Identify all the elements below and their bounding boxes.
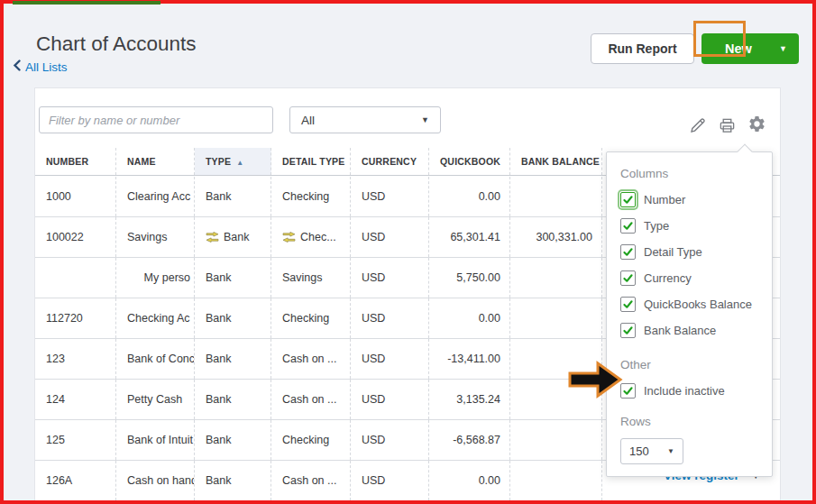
cell-quickbooks-balance: 0.00 [429, 298, 510, 338]
cell-bank-balance [510, 461, 602, 500]
cell-detail-type: Cash on ... [271, 461, 351, 500]
cell-number: 126A [35, 461, 116, 500]
cell-name: Cash on hand [116, 461, 195, 500]
cell-name: Bank of Intuit [116, 420, 195, 460]
settings-button[interactable] [747, 115, 766, 135]
checkbox-label: Type [644, 219, 669, 233]
checkbox[interactable] [620, 270, 636, 286]
cell-number: 125 [35, 420, 116, 460]
cell-type: Bank [195, 177, 271, 216]
rows-per-page-select[interactable]: 150 ▼ [620, 438, 683, 464]
chevron-down-icon[interactable]: ▼ [779, 44, 787, 53]
cell-bank-balance [510, 298, 602, 338]
cell-quickbooks-balance: 5,750.00 [429, 258, 510, 298]
cell-detail-type: Checking [271, 177, 351, 216]
cell-name: Petty Cash [116, 380, 195, 419]
cell-bank-balance [510, 380, 602, 419]
edit-button[interactable] [687, 117, 707, 137]
cell-detail-type: Checking [271, 298, 351, 338]
new-button[interactable]: New ▼ [701, 33, 799, 64]
settings-checkbox-option[interactable]: QuickBooks Balance [620, 291, 772, 317]
other-section-label: Other [620, 358, 772, 376]
cell-type: Bank [195, 420, 271, 460]
column-header-currency[interactable]: CURRENCY [351, 148, 429, 175]
green-top-bar [13, 1, 160, 5]
cell-type: Bank [195, 461, 271, 500]
cell-name: Bank of Conc [116, 339, 195, 379]
column-header-number[interactable]: NUMBER [35, 148, 116, 175]
cell-number: 123 [35, 339, 116, 379]
back-chevron-icon [13, 60, 21, 74]
column-header-name[interactable]: NAME [116, 148, 195, 175]
cell-name: My perso [116, 258, 195, 298]
column-header-quickbooks-balance[interactable]: QUICKBOOK [429, 148, 510, 175]
cell-type: Bank [195, 339, 271, 379]
gear-icon [747, 115, 766, 136]
checkbox[interactable] [620, 244, 636, 260]
settings-checkbox-option[interactable]: Type [620, 213, 772, 239]
chart-of-accounts-page: Chart of Accounts All Lists Run Report N… [0, 0, 816, 504]
cell-currency: USD [351, 380, 429, 419]
cell-currency: USD [351, 177, 429, 216]
checkbox[interactable] [620, 218, 636, 234]
bank-sync-icon [282, 232, 296, 243]
settings-checkbox-option[interactable]: Number [620, 187, 772, 213]
cell-quickbooks-balance: 3,135.24 [429, 380, 510, 419]
cell-quickbooks-balance: 0.00 [429, 177, 510, 216]
cell-type: Bank [195, 217, 271, 257]
settings-checkbox-option[interactable]: Bank Balance [620, 317, 772, 344]
checkbox-label: Bank Balance [644, 324, 716, 337]
columns-section-label: Columns [620, 167, 772, 185]
cell-bank-balance [510, 258, 602, 298]
chevron-down-icon: ▼ [421, 115, 429, 124]
account-type-filter-select[interactable]: All ▼ [289, 106, 441, 133]
check-icon [622, 220, 634, 232]
cell-quickbooks-balance: 65,301.41 [429, 217, 510, 257]
run-report-button[interactable]: Run Report [591, 33, 694, 64]
cell-detail-type: Savings [271, 258, 351, 298]
cell-quickbooks-balance: -6,568.87 [429, 420, 510, 460]
cell-quickbooks-balance: 0.00 [429, 461, 510, 500]
cell-name: Savings [116, 217, 195, 257]
check-icon [622, 385, 634, 397]
check-icon [622, 325, 634, 336]
cell-type: Bank [195, 380, 271, 419]
filter-search-input[interactable] [39, 106, 273, 133]
cell-type: Bank [195, 298, 271, 338]
checkbox[interactable] [620, 383, 636, 399]
cell-bank-balance: 300,331.00 [510, 217, 602, 257]
checkbox-label: Currency [644, 271, 692, 285]
settings-checkbox-option[interactable]: Detail Type [620, 239, 772, 265]
settings-checkbox-option[interactable]: Currency [620, 265, 772, 291]
print-button[interactable] [717, 117, 737, 137]
check-icon [622, 272, 634, 284]
check-icon [622, 298, 634, 310]
back-link-all-lists[interactable]: All Lists [13, 60, 68, 74]
cell-name: Clearing Acc [116, 177, 195, 216]
new-button-label: New [725, 41, 779, 56]
column-header-bank-balance[interactable]: BANK BALANCE [510, 148, 602, 175]
checkbox[interactable] [620, 323, 636, 338]
cell-name: Checking Ac [116, 298, 195, 338]
cell-quickbooks-balance: -13,411.00 [429, 339, 510, 379]
cell-currency: USD [351, 217, 429, 257]
cell-type: Bank [195, 258, 271, 298]
back-link-label: All Lists [25, 60, 68, 74]
pencil-icon [689, 117, 706, 137]
other-options: Include inactive [620, 378, 772, 404]
chevron-down-icon: ▼ [667, 447, 674, 455]
cell-detail-type: Cash on ... [271, 339, 351, 379]
checkbox[interactable] [620, 192, 636, 207]
rows-section-label: Rows [620, 415, 772, 433]
settings-checkbox-option[interactable]: Include inactive [620, 378, 772, 404]
sort-ascending-icon: ▲ [236, 159, 243, 167]
column-header-detail-type[interactable]: DETAIL TYPE [271, 148, 351, 175]
check-icon [622, 194, 634, 206]
cell-detail-type: Checking [271, 420, 351, 460]
cell-number: 112720 [35, 298, 116, 338]
cell-bank-balance [510, 420, 602, 460]
settings-menu: Columns Number Type Detail Type Currency… [606, 151, 773, 477]
cell-currency: USD [351, 298, 429, 338]
checkbox[interactable] [620, 297, 636, 312]
column-header-type[interactable]: TYPE▲ [195, 148, 271, 175]
